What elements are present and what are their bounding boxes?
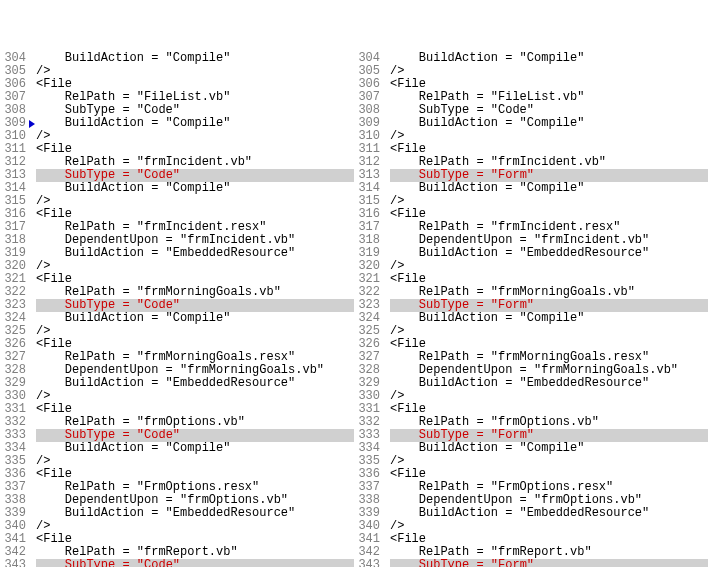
code-text: <File	[36, 273, 354, 286]
code-line[interactable]: 340/>	[0, 520, 354, 533]
code-line[interactable]: 327 RelPath = "frmMorningGoals.resx"	[0, 351, 354, 364]
code-line[interactable]: 323 SubType = "Form"	[354, 299, 708, 312]
code-line[interactable]: 316<File	[0, 208, 354, 221]
code-line[interactable]: 321<File	[354, 273, 708, 286]
code-line[interactable]: 316<File	[354, 208, 708, 221]
code-line[interactable]: 310/>	[0, 130, 354, 143]
code-text: />	[36, 520, 354, 533]
code-line[interactable]: 305/>	[0, 65, 354, 78]
code-line[interactable]: 322 RelPath = "frmMorningGoals.vb"	[0, 286, 354, 299]
code-line[interactable]: 336<File	[354, 468, 708, 481]
code-line[interactable]: 328 DependentUpon = "frmMorningGoals.vb"	[0, 364, 354, 377]
code-line[interactable]: 305/>	[354, 65, 708, 78]
code-line[interactable]: 311<File	[0, 143, 354, 156]
code-line[interactable]: 319 BuildAction = "EmbeddedResource"	[0, 247, 354, 260]
code-text: BuildAction = "EmbeddedResource"	[36, 247, 354, 260]
code-line[interactable]: 317 RelPath = "frmIncident.resx"	[354, 221, 708, 234]
code-line[interactable]: 328 DependentUpon = "frmMorningGoals.vb"	[354, 364, 708, 377]
diff-line-changed: SubType = "Form"	[390, 559, 708, 567]
code-line[interactable]: 324 BuildAction = "Compile"	[0, 312, 354, 325]
code-line[interactable]: 309 BuildAction = "Compile"	[354, 117, 708, 130]
code-line[interactable]: 326<File	[0, 338, 354, 351]
code-line[interactable]: 337 RelPath = "FrmOptions.resx"	[0, 481, 354, 494]
code-line[interactable]: 309 BuildAction = "Compile"	[0, 117, 354, 130]
code-line[interactable]: 315/>	[0, 195, 354, 208]
code-text: BuildAction = "Compile"	[36, 442, 354, 455]
code-line[interactable]: 325/>	[354, 325, 708, 338]
code-line[interactable]: 321<File	[0, 273, 354, 286]
code-text: />	[36, 260, 354, 273]
code-line[interactable]: 306<File	[0, 78, 354, 91]
code-line[interactable]: 307 RelPath = "FileList.vb"	[354, 91, 708, 104]
code-line[interactable]: 335/>	[0, 455, 354, 468]
code-text: SubType = "Code"	[36, 104, 354, 117]
code-line[interactable]: 338 DependentUpon = "frmOptions.vb"	[354, 494, 708, 507]
code-line[interactable]: 304 BuildAction = "Compile"	[354, 52, 708, 65]
code-line[interactable]: 307 RelPath = "FileList.vb"	[0, 91, 354, 104]
code-line[interactable]: 315/>	[354, 195, 708, 208]
code-text: />	[390, 195, 708, 208]
code-line[interactable]: 334 BuildAction = "Compile"	[354, 442, 708, 455]
code-line[interactable]: 331<File	[0, 403, 354, 416]
code-line[interactable]: 329 BuildAction = "EmbeddedResource"	[0, 377, 354, 390]
code-line[interactable]: 330/>	[0, 390, 354, 403]
diff-span: SubType = "Code"	[65, 169, 180, 182]
code-line[interactable]: 339 BuildAction = "EmbeddedResource"	[0, 507, 354, 520]
code-line[interactable]: 308 SubType = "Code"	[354, 104, 708, 117]
code-line[interactable]: 318 DependentUpon = "frmIncident.vb"	[354, 234, 708, 247]
code-line[interactable]: 313 SubType = "Form"	[354, 169, 708, 182]
code-line[interactable]: 319 BuildAction = "EmbeddedResource"	[354, 247, 708, 260]
gutter	[28, 120, 36, 128]
code-line[interactable]: 343 SubType = "Code"	[0, 559, 354, 567]
code-text: RelPath = "frmMorningGoals.resx"	[390, 351, 708, 364]
code-line[interactable]: 326<File	[354, 338, 708, 351]
code-line[interactable]: 329 BuildAction = "EmbeddedResource"	[354, 377, 708, 390]
code-line[interactable]: 332 RelPath = "frmOptions.vb"	[0, 416, 354, 429]
code-line[interactable]: 306<File	[354, 78, 708, 91]
code-line[interactable]: 323 SubType = "Code"	[0, 299, 354, 312]
code-line[interactable]: 333 SubType = "Code"	[0, 429, 354, 442]
code-text: BuildAction = "EmbeddedResource"	[390, 247, 708, 260]
code-text: />	[36, 65, 354, 78]
code-line[interactable]: 340/>	[354, 520, 708, 533]
code-line[interactable]: 304 BuildAction = "Compile"	[0, 52, 354, 65]
code-line[interactable]: 327 RelPath = "frmMorningGoals.resx"	[354, 351, 708, 364]
diff-pane-left[interactable]: 304 BuildAction = "Compile"305/>306<File…	[0, 52, 354, 567]
code-line[interactable]: 313 SubType = "Code"	[0, 169, 354, 182]
code-line[interactable]: 320/>	[0, 260, 354, 273]
code-text: />	[390, 130, 708, 143]
code-line[interactable]: 339 BuildAction = "EmbeddedResource"	[354, 507, 708, 520]
code-line[interactable]: 314 BuildAction = "Compile"	[0, 182, 354, 195]
code-line[interactable]: 341<File	[0, 533, 354, 546]
code-line[interactable]: 314 BuildAction = "Compile"	[354, 182, 708, 195]
code-line[interactable]: 338 DependentUpon = "frmOptions.vb"	[0, 494, 354, 507]
code-line[interactable]: 332 RelPath = "frmOptions.vb"	[354, 416, 708, 429]
code-line[interactable]: 312 RelPath = "frmIncident.vb"	[0, 156, 354, 169]
code-line[interactable]: 310/>	[354, 130, 708, 143]
code-line[interactable]: 342 RelPath = "frmReport.vb"	[0, 546, 354, 559]
code-line[interactable]: 322 RelPath = "frmMorningGoals.vb"	[354, 286, 708, 299]
code-line[interactable]: 336<File	[0, 468, 354, 481]
code-line[interactable]: 318 DependentUpon = "frmIncident.vb"	[0, 234, 354, 247]
code-line[interactable]: 311<File	[354, 143, 708, 156]
code-line[interactable]: 334 BuildAction = "Compile"	[0, 442, 354, 455]
code-text: <File	[390, 273, 708, 286]
code-line[interactable]: 343 SubType = "Form"	[354, 559, 708, 567]
code-line[interactable]: 337 RelPath = "FrmOptions.resx"	[354, 481, 708, 494]
code-text: BuildAction = "Compile"	[36, 117, 354, 130]
code-line[interactable]: 341<File	[354, 533, 708, 546]
code-line[interactable]: 320/>	[354, 260, 708, 273]
code-line[interactable]: 331<File	[354, 403, 708, 416]
code-line[interactable]: 333 SubType = "Form"	[354, 429, 708, 442]
diff-pane-right[interactable]: 304 BuildAction = "Compile"305/>306<File…	[354, 52, 708, 567]
code-line[interactable]: 308 SubType = "Code"	[0, 104, 354, 117]
code-line[interactable]: 312 RelPath = "frmIncident.vb"	[354, 156, 708, 169]
code-line[interactable]: 317 RelPath = "frmIncident.resx"	[0, 221, 354, 234]
code-line[interactable]: 330/>	[354, 390, 708, 403]
code-line[interactable]: 324 BuildAction = "Compile"	[354, 312, 708, 325]
code-line[interactable]: 325/>	[0, 325, 354, 338]
code-line[interactable]: 335/>	[354, 455, 708, 468]
code-text: DependentUpon = "frmOptions.vb"	[390, 494, 708, 507]
code-line[interactable]: 342 RelPath = "frmReport.vb"	[354, 546, 708, 559]
code-text: BuildAction = "Compile"	[390, 312, 708, 325]
